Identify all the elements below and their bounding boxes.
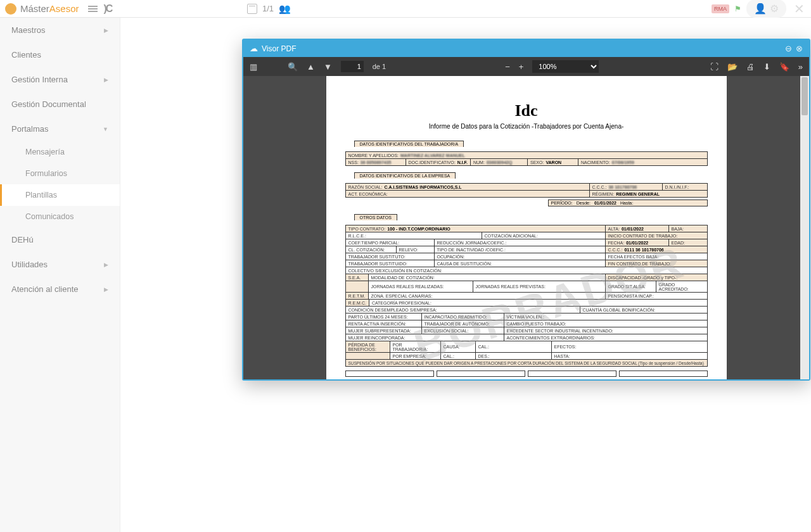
pdf-viewer-modal: ☁ Visor PDF ⊖ ⊗ ▥ 🔍 ▲ ▼ de 1 − + 100% [242, 39, 810, 381]
page-total: de 1 [373, 63, 386, 70]
user-badge: RMA [712, 4, 729, 13]
modal-title: Visor PDF [262, 44, 296, 53]
sidebar-subitem[interactable]: Mensajería [0, 141, 120, 163]
sec1-tab: DATOS IDENTIFICATIVOS DEL TRABAJADOR/A [354, 141, 464, 147]
cc-icon[interactable]: )C [104, 3, 112, 15]
search-icon[interactable]: 🔍 [288, 62, 298, 72]
pdf-viewport: BORRADOR Idc Informe de Datos para la Co… [243, 76, 809, 379]
other-data-section: TIPO CONTRATO:100 - IND.T.COMP.ORDINARIO… [345, 225, 708, 367]
fullscreen-icon[interactable]: ⛶ [710, 62, 718, 72]
sidebar-item[interactable]: Portalmas▼ [0, 117, 120, 141]
modal-header: ☁ Visor PDF ⊖ ⊗ [243, 40, 809, 57]
flag-icon[interactable]: ⚑ [734, 4, 741, 13]
page-up-icon[interactable]: ▲ [307, 62, 315, 72]
brand-name: MásterAsesor [20, 3, 79, 14]
sidebar-subitem[interactable]: Formularios [0, 163, 120, 184]
app-logo: MásterAsesor [5, 3, 79, 15]
page-input[interactable] [341, 61, 364, 72]
modal-close-icon[interactable]: ⊗ [796, 44, 803, 53]
close-icon[interactable]: ✕ [794, 1, 805, 16]
scrollbar[interactable] [800, 76, 809, 379]
more-tools-icon[interactable]: » [798, 62, 803, 72]
sidebar-item[interactable]: DEHú [0, 227, 120, 252]
doc-title: Idc [345, 101, 708, 120]
sidebar-item[interactable]: Utilidades▶ [0, 252, 120, 277]
sidebar-item[interactable]: Clientes [0, 42, 120, 67]
open-icon[interactable]: 📂 [727, 62, 738, 72]
app-cloud-icon: ☁ [250, 44, 258, 53]
page-down-icon[interactable]: ▼ [324, 62, 332, 72]
sidebar-subitem[interactable]: Comunicados [0, 206, 120, 227]
sidebar-toggle-icon[interactable]: ▥ [250, 62, 257, 72]
main-area: Información Acciones 👁🗎👁🗎✦🗎👁🗎👁🗎👁🗎👁🗎👁🗎s.👁… [120, 18, 811, 532]
sidebar-item[interactable]: Atención al cliente▶ [0, 277, 120, 301]
sec3-tab: OTROS DATOS [354, 214, 397, 220]
sidebar-subitem[interactable]: Plantillas [0, 184, 120, 206]
user-icon: 👤 [754, 3, 767, 15]
periodo-box: PERÍODO: Desde: 01/01/2022 Hasta: [548, 200, 708, 206]
people-icon[interactable]: 👥 [279, 3, 291, 15]
modal-minimize-icon[interactable]: ⊖ [785, 44, 792, 53]
sidebar-item[interactable]: Maestros▶ [0, 18, 120, 42]
company-section: RAZÓN SOCIAL:C.A.I.SISTEMAS INFORMATICOS… [345, 183, 708, 198]
sidebar-item[interactable]: Gestión Documental [0, 92, 120, 117]
sidebar-item[interactable]: Gestión Interna▶ [0, 67, 120, 92]
user-menu[interactable]: 👤 ⚙ [746, 0, 786, 18]
print-icon[interactable]: 🖨 [746, 62, 755, 72]
doc-subtitle: Informe de Datos para la Cotización -Tra… [345, 123, 708, 130]
pdf-page: BORRADOR Idc Informe de Datos para la Co… [326, 76, 727, 379]
calendar-icon[interactable] [247, 4, 257, 14]
menu-toggle-icon[interactable] [88, 6, 98, 12]
logo-icon [5, 3, 16, 15]
worker-section: NOMBRE Y APELLIDOS:MARTINEZ ALVAREZ MANU… [345, 151, 708, 166]
bookmark-icon[interactable]: 🔖 [779, 62, 789, 72]
gear-icon: ⚙ [770, 3, 779, 15]
page-counter: 1/1 [262, 4, 274, 13]
zoom-select[interactable]: 100% [532, 60, 599, 73]
sec2-tab: DATOS IDENTIFICATIVOS DE LA EMPRESA [354, 172, 456, 179]
zoom-in-icon[interactable]: + [519, 62, 524, 72]
zoom-out-icon[interactable]: − [505, 62, 510, 72]
top-bar: MásterAsesor )C 1/1 👥 RMA ⚑ 👤 ⚙ ✕ [0, 0, 811, 18]
pdf-toolbar: ▥ 🔍 ▲ ▼ de 1 − + 100% ⛶ 📂 🖨 ⬇ 🔖 » [243, 57, 809, 76]
sidebar: Maestros▶ClientesGestión Interna▶Gestión… [0, 18, 120, 532]
download-icon[interactable]: ⬇ [763, 62, 770, 72]
